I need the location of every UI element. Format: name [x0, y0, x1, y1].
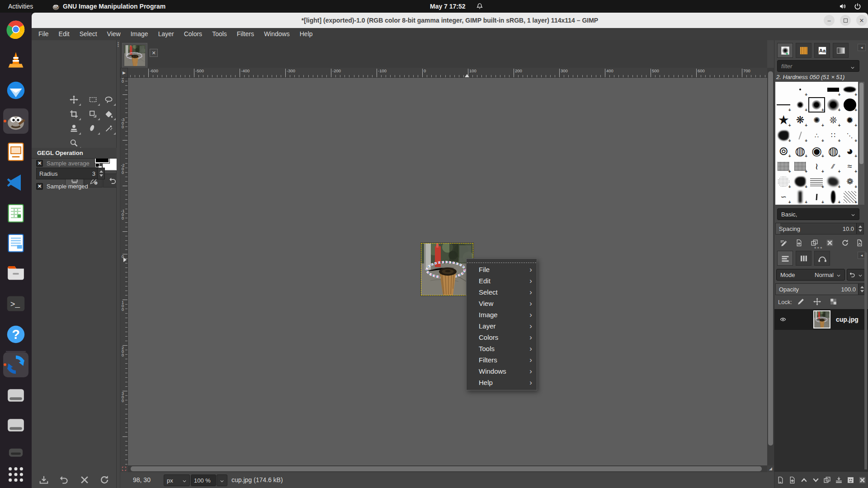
volume-icon[interactable] [839, 3, 846, 10]
brush-filter-input[interactable] [777, 60, 859, 72]
brush-cell[interactable]: + [792, 159, 809, 174]
brush-cell[interactable]: + [792, 128, 809, 143]
sample-average-checkbox[interactable]: ✕ [36, 160, 43, 167]
context-menu-item-view[interactable]: View› [467, 298, 537, 309]
context-menu-item-help[interactable]: Help› [467, 377, 537, 388]
dock-item-removable-drive-3[interactable] [3, 440, 28, 465]
panel-menu-button[interactable]: ◂ [858, 44, 866, 51]
dock-item-show-applications[interactable] [3, 462, 28, 487]
brush-cell-selected[interactable]: + [808, 97, 825, 113]
brush-cell[interactable]: ✺+ [808, 113, 825, 128]
spin-up-icon[interactable] [99, 170, 103, 173]
brush-cell[interactable]: ∽+ [775, 189, 792, 205]
menubar-item-help[interactable]: Help [295, 28, 318, 40]
maximize-button[interactable] [840, 15, 851, 26]
menubar-item-filters[interactable]: Filters [232, 28, 259, 40]
menubar-item-windows[interactable]: Windows [259, 28, 295, 40]
brush-cell[interactable]: ✹+ [841, 113, 858, 128]
brush-cell[interactable]: ❁+ [841, 174, 858, 189]
tool-smudge[interactable] [85, 122, 100, 135]
dock-item-files[interactable] [3, 260, 28, 286]
menubar-item-file[interactable]: File [33, 28, 54, 40]
menubar-item-select[interactable]: Select [75, 28, 102, 40]
menubar-item-edit[interactable]: Edit [54, 28, 75, 40]
tool-airbrush[interactable] [101, 122, 116, 135]
brush-cell[interactable]: + [792, 97, 809, 113]
zoom-select-button[interactable] [217, 474, 227, 486]
tool-clone[interactable] [66, 122, 81, 135]
lock-alpha-button[interactable] [828, 296, 839, 307]
horizontal-ruler[interactable]: -600-500-400-300-200-1000100200300400500… [128, 68, 767, 78]
image-tab-cup[interactable] [122, 43, 147, 68]
context-menu-item-colors[interactable]: Colors› [467, 332, 537, 343]
delete-layer-button[interactable] [857, 474, 868, 485]
reset-tool-options-button[interactable] [99, 475, 109, 485]
brush-cell[interactable]: ∴+ [808, 128, 825, 143]
restore-tool-preset-button[interactable] [59, 475, 69, 485]
dock-item-software-updater[interactable] [3, 352, 28, 377]
brush-cell[interactable]: ❊+ [825, 113, 842, 128]
tool-bucket-fill[interactable] [101, 107, 116, 121]
canvas-viewport[interactable]: File›Edit›Select›View›Image›Layer›Colors… [128, 78, 767, 465]
brush-cell[interactable]: + [775, 174, 792, 189]
brush-cell[interactable]: + [841, 189, 858, 205]
activities-button[interactable]: Activities [5, 0, 37, 13]
brush-cell[interactable]: + [792, 174, 809, 189]
dock-item-libreoffice-impress[interactable] [3, 139, 28, 164]
raise-layer-button[interactable] [798, 474, 809, 485]
dock-item-chrome[interactable] [3, 17, 28, 42]
tool-crop[interactable] [66, 107, 81, 121]
scrollbar-thumb[interactable] [768, 71, 773, 446]
context-menu-item-file[interactable]: File› [467, 264, 537, 275]
context-menu-item-layer[interactable]: Layer› [467, 320, 537, 332]
mode-group-switch-button[interactable] [847, 269, 865, 281]
dock-item-gimp[interactable] [3, 108, 28, 134]
tool-rectangle-select[interactable] [85, 93, 100, 106]
tab-gradients[interactable] [833, 43, 849, 58]
brush-cell[interactable]: ⁄⁄+ [825, 159, 842, 174]
brush-cell[interactable]: + [808, 189, 825, 205]
close-button[interactable]: ✕ [856, 15, 867, 26]
layer-row-cup[interactable]: cup.jpg [774, 309, 868, 330]
focused-app-indicator[interactable]: GNU Image Manipulation Program [52, 0, 165, 13]
radius-spinbox[interactable]: Radius 3 [36, 168, 105, 179]
context-menu-item-select[interactable]: Select› [467, 286, 537, 298]
brush-cell[interactable]: ❋+ [792, 113, 809, 128]
brush-cell[interactable]: ≀+ [808, 159, 825, 174]
brush-cell[interactable]: + [841, 97, 858, 113]
brush-cell[interactable]: ⋱+ [841, 128, 858, 143]
context-menu-item-edit[interactable]: Edit› [467, 275, 537, 286]
dock-item-terminal[interactable]: >_ [3, 291, 28, 316]
horizontal-scrollbar[interactable] [128, 465, 767, 472]
lock-position-button[interactable] [811, 296, 822, 307]
dock-item-removable-drive-1[interactable] [3, 383, 28, 408]
dock-item-libreoffice-calc[interactable] [3, 201, 28, 226]
vertical-ruler[interactable]: -400-300-200-1000100200300 [120, 78, 128, 465]
new-layer-group-button[interactable] [787, 474, 798, 485]
dock-item-vlc[interactable] [3, 47, 28, 73]
unit-select[interactable]: px [164, 474, 190, 486]
ruler-origin-button[interactable]: ▶ [120, 68, 128, 78]
tool-free-select[interactable] [101, 93, 116, 106]
spacing-slider[interactable]: Spacing 10.0 [775, 223, 864, 235]
menu-tearoff-line[interactable] [467, 259, 536, 263]
brush-cell[interactable]: ◕+ [841, 143, 858, 159]
menubar-item-colors[interactable]: Colors [179, 28, 207, 40]
brush-cell[interactable]: ◉+ [808, 143, 825, 159]
add-mask-button[interactable] [845, 474, 856, 485]
brush-cell[interactable]: + [792, 82, 809, 97]
spin-down-icon[interactable] [99, 174, 103, 177]
brush-cell[interactable]: + [825, 97, 842, 113]
brush-grid-scrollbar[interactable] [859, 82, 864, 205]
brush-cell[interactable]: ⊚+ [775, 143, 792, 159]
layer-thumbnail[interactable] [813, 310, 830, 328]
menubar-item-tools[interactable]: Tools [207, 28, 232, 40]
context-menu-item-filters[interactable]: Filters› [467, 354, 537, 366]
vertical-scrollbar[interactable] [767, 68, 774, 465]
tab-fonts[interactable]: Aa [814, 43, 830, 58]
brush-cell[interactable]: + [825, 174, 842, 189]
opacity-slider[interactable]: Opacity 100.0 [775, 283, 866, 295]
quick-mask-toggle[interactable] [120, 465, 128, 472]
tab-brushes[interactable] [777, 43, 793, 58]
menubar-item-layer[interactable]: Layer [153, 28, 179, 40]
